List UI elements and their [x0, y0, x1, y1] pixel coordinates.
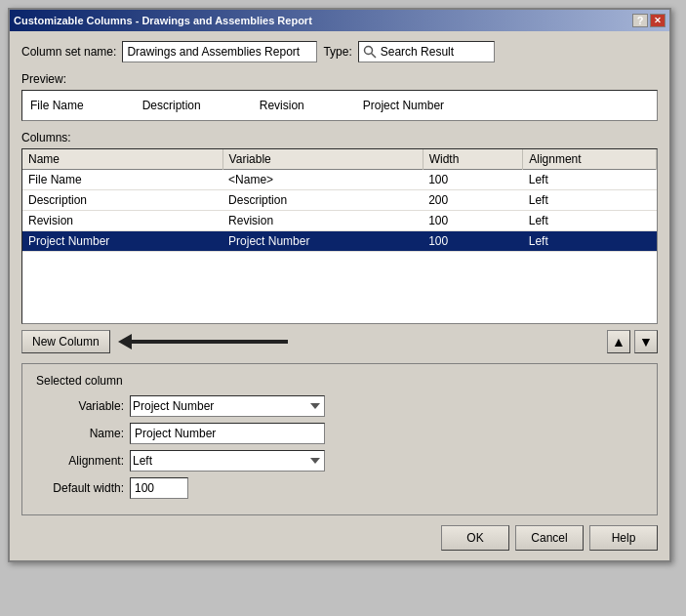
help-button[interactable]: Help	[589, 525, 658, 551]
col-cell-width: 100	[423, 231, 523, 252]
svg-line-1	[371, 54, 376, 59]
columns-section: Columns: Name Variable Width Alignment F…	[21, 131, 658, 324]
svg-point-0	[364, 47, 372, 55]
preview-col-revision: Revision	[260, 99, 304, 112]
columns-table: Name Variable Width Alignment File Name<…	[22, 149, 657, 252]
type-field: Search Result	[358, 41, 495, 62]
col-cell-width: 100	[423, 211, 523, 231]
preview-col-description: Description	[142, 99, 201, 112]
column-set-name-input[interactable]	[122, 41, 317, 62]
col-cell-alignment: Left	[523, 170, 657, 190]
preview-table: File Name Description Revision Project N…	[21, 90, 658, 121]
table-row[interactable]: RevisionRevision100Left	[22, 211, 657, 231]
new-column-button[interactable]: New Column	[21, 330, 110, 353]
col-cell-name: File Name	[22, 170, 222, 190]
table-row[interactable]: File Name<Name>100Left	[22, 170, 657, 190]
new-column-row: New Column ▲ ▼	[21, 330, 658, 353]
columns-table-header-row: Name Variable Width Alignment	[22, 149, 657, 170]
col-header-name: Name	[22, 149, 222, 170]
col-cell-alignment: Left	[523, 231, 657, 252]
question-icon: ?	[637, 15, 644, 26]
selected-column-label: Selected column	[36, 374, 643, 388]
preview-label: Preview:	[21, 72, 658, 86]
move-up-button[interactable]: ▲	[607, 330, 630, 353]
alignment-select[interactable]: Left Center Right	[130, 450, 325, 472]
table-row[interactable]: DescriptionDescription200Left	[22, 190, 657, 211]
arrow-indicator	[118, 334, 288, 349]
window-title: Customizable Columns - Drawings and Asse…	[14, 15, 312, 26]
close-icon: ✕	[654, 16, 662, 25]
default-width-label: Default width:	[36, 481, 124, 495]
move-down-button[interactable]: ▼	[634, 330, 658, 353]
preview-col-project-number: Project Number	[363, 99, 444, 112]
selected-column-section: Selected column Variable: Project Number…	[21, 363, 658, 515]
type-label: Type:	[323, 45, 351, 59]
arrow-line	[132, 340, 288, 344]
col-cell-name: Revision	[22, 211, 222, 231]
window-body: Column set name: Type: Search Result Pre…	[10, 31, 669, 560]
search-icon	[363, 45, 377, 59]
col-cell-alignment: Left	[523, 190, 657, 211]
alignment-label: Alignment:	[36, 454, 124, 468]
title-bar: Customizable Columns - Drawings and Asse…	[10, 10, 669, 31]
column-set-name-label: Column set name:	[21, 45, 116, 59]
arrow-head-icon	[118, 334, 132, 349]
col-header-variable: Variable	[222, 149, 423, 170]
col-cell-width: 200	[423, 190, 523, 211]
up-arrow-icon: ▲	[612, 334, 625, 349]
col-cell-name: Description	[22, 190, 222, 211]
preview-col-filename: File Name	[30, 99, 84, 112]
variable-select[interactable]: Project Number	[130, 395, 325, 417]
alignment-row: Alignment: Left Center Right	[36, 450, 643, 472]
columns-label: Columns:	[21, 131, 658, 144]
col-cell-variable: Project Number	[222, 231, 423, 252]
variable-label: Variable:	[36, 399, 124, 413]
title-bar-buttons: ? ✕	[632, 14, 666, 27]
close-title-button[interactable]: ✕	[650, 14, 666, 27]
cancel-button[interactable]: Cancel	[515, 525, 584, 551]
preview-section: Preview: File Name Description Revision …	[21, 72, 658, 121]
down-arrow-icon: ▼	[639, 334, 653, 349]
default-width-input[interactable]	[130, 477, 188, 499]
col-cell-variable: <Name>	[222, 170, 423, 190]
col-cell-variable: Description	[222, 190, 423, 211]
col-header-alignment: Alignment	[523, 149, 657, 170]
type-value: Search Result	[381, 45, 454, 59]
name-input[interactable]	[130, 423, 325, 444]
help-title-button[interactable]: ?	[632, 14, 648, 27]
columns-table-body: File Name<Name>100LeftDescriptionDescrip…	[22, 170, 657, 252]
col-cell-name: Project Number	[22, 231, 222, 252]
header-row: Column set name: Type: Search Result	[21, 41, 658, 62]
ok-button[interactable]: OK	[441, 525, 509, 551]
columns-table-wrapper: Name Variable Width Alignment File Name<…	[21, 148, 658, 324]
table-row[interactable]: Project NumberProject Number100Left	[22, 231, 657, 252]
main-window: Customizable Columns - Drawings and Asse…	[8, 8, 671, 562]
col-cell-width: 100	[423, 170, 523, 190]
name-row: Name:	[36, 423, 643, 444]
name-label: Name:	[36, 427, 124, 440]
variable-row: Variable: Project Number	[36, 395, 643, 417]
col-header-width: Width	[423, 149, 523, 170]
col-cell-alignment: Left	[523, 211, 657, 231]
bottom-buttons: OK Cancel Help	[21, 525, 658, 551]
default-width-row: Default width:	[36, 477, 643, 499]
col-cell-variable: Revision	[222, 211, 423, 231]
